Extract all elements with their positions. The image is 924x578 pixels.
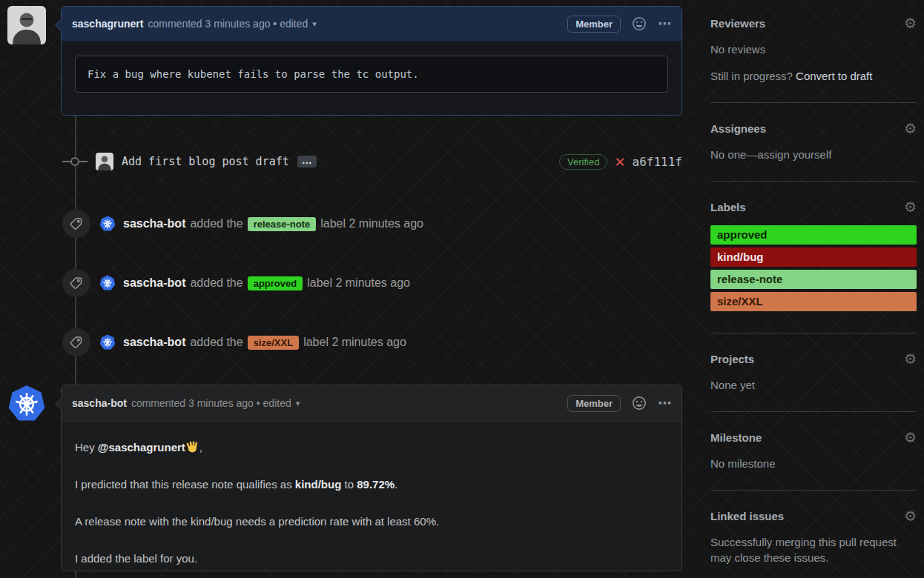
reviewers-gear-icon[interactable]: ⚙ bbox=[904, 16, 917, 30]
reviewers-hint: Still in progress? Convert to draft bbox=[710, 68, 917, 84]
bot-avatar[interactable] bbox=[99, 334, 116, 351]
commit-event-row: Add first blog post draft … bbox=[62, 151, 317, 172]
edited-dropdown-caret-icon[interactable]: ▾ bbox=[296, 399, 300, 408]
label-event-row: sascha-bot added the size/XXL label 2 mi… bbox=[62, 328, 406, 356]
linked-issues-desc: Successfully merging this pull request m… bbox=[710, 534, 917, 565]
label-event-text: sascha-bot added the approved label 2 mi… bbox=[123, 276, 410, 290]
reviewers-title: Reviewers bbox=[710, 17, 765, 30]
label-list: approved kind/bug release-note size/XXL bbox=[710, 225, 917, 311]
commit-status-group: Verified ✕ a6f111f bbox=[559, 151, 682, 172]
milestone-gear-icon[interactable]: ⚙ bbox=[904, 431, 917, 445]
assignees-empty-text[interactable]: No one—assign yourself bbox=[710, 147, 917, 162]
comment-meta: commented 3 minutes ago • edited bbox=[131, 397, 291, 409]
assignees-gear-icon[interactable]: ⚙ bbox=[904, 122, 917, 136]
event-actor[interactable]: sascha-bot bbox=[123, 217, 185, 230]
tag-icon bbox=[69, 216, 84, 231]
smiley-icon bbox=[631, 16, 647, 32]
tag-icon bbox=[69, 335, 84, 350]
sidebar-label-kind-bug[interactable]: kind/bug bbox=[710, 248, 917, 267]
waving-hand-icon bbox=[185, 441, 199, 454]
projects-empty-text: None yet bbox=[710, 377, 917, 393]
smiley-icon bbox=[631, 395, 647, 411]
person-photo-icon bbox=[96, 153, 113, 170]
sidebar-section-milestone: Milestone ⚙ No milestone bbox=[710, 431, 917, 491]
comment-header: saschagrunert commented 3 minutes ago • … bbox=[62, 7, 682, 41]
event-actor[interactable]: sascha-bot bbox=[123, 276, 185, 290]
assignees-title: Assignees bbox=[710, 122, 766, 135]
member-badge: Member bbox=[567, 16, 621, 33]
label-badge-size-xxl[interactable]: size/XXL bbox=[248, 336, 299, 350]
comment-body: Hey @saschagrunert, I predicted that thi… bbox=[62, 422, 682, 567]
sidebar-section-assignees: Assignees ⚙ No one—assign yourself bbox=[710, 122, 917, 182]
kubernetes-logo-icon bbox=[99, 334, 116, 351]
paragraph-added-label: I added the label for you. bbox=[75, 551, 668, 567]
sidebar-label-release-note[interactable]: release-note bbox=[710, 270, 917, 289]
sidebar-section-linked-issues: Linked issues ⚙ Successfully merging thi… bbox=[710, 509, 917, 578]
commit-message-link[interactable]: Add first blog post draft bbox=[122, 155, 289, 168]
pr-conversation-page: saschagrunert commented 3 minutes ago • … bbox=[0, 0, 924, 578]
sidebar-section-reviewers: Reviewers ⚙ No reviews Still in progress… bbox=[710, 16, 917, 103]
projects-gear-icon[interactable]: ⚙ bbox=[904, 352, 917, 366]
emoji-reaction-button[interactable] bbox=[631, 395, 647, 411]
tag-icon-circle bbox=[62, 210, 90, 238]
bot-avatar-large[interactable] bbox=[7, 385, 46, 423]
label-event-row: sascha-bot added the approved label 2 mi… bbox=[62, 269, 410, 297]
commit-expand-button[interactable]: … bbox=[297, 156, 317, 167]
kubernetes-logo-icon bbox=[99, 275, 116, 291]
label-badge-approved[interactable]: approved bbox=[248, 276, 303, 290]
mention-link[interactable]: @saschagrunert bbox=[98, 441, 185, 454]
comment-author-link[interactable]: saschagrunert bbox=[72, 18, 143, 30]
comment-body: Fix a bug where kubenet fails to parse t… bbox=[62, 41, 682, 107]
commit-sha-link[interactable]: a6f111f bbox=[633, 155, 682, 169]
label-badge-release-note[interactable]: release-note bbox=[248, 217, 317, 231]
tag-icon bbox=[69, 276, 84, 290]
labels-title: Labels bbox=[710, 201, 746, 213]
paragraph-threshold: A release note with the kind/bug needs a… bbox=[75, 514, 668, 530]
kubernetes-logo-icon bbox=[99, 216, 116, 232]
member-badge: Member bbox=[567, 395, 621, 412]
label-event-text: sascha-bot added the size/XXL label 2 mi… bbox=[123, 336, 406, 350]
sidebar-section-labels: Labels ⚙ approved kind/bug release-note … bbox=[710, 200, 917, 333]
comment-options-kebab-icon[interactable]: ⋯ bbox=[658, 17, 671, 30]
event-actor[interactable]: sascha-bot bbox=[123, 336, 185, 349]
comment-options-kebab-icon[interactable]: ⋯ bbox=[658, 396, 671, 410]
comment-author-link[interactable]: sascha-bot bbox=[72, 397, 127, 409]
convert-to-draft-link[interactable]: Convert to draft bbox=[796, 70, 872, 82]
failed-check-x-icon[interactable]: ✕ bbox=[614, 154, 625, 170]
sidebar-label-approved[interactable]: approved bbox=[710, 225, 917, 245]
author-avatar[interactable] bbox=[7, 6, 46, 44]
milestone-empty-text: No milestone bbox=[710, 456, 917, 471]
comment-sascha-bot: sascha-bot commented 3 minutes ago • edi… bbox=[61, 385, 682, 571]
labels-gear-icon[interactable]: ⚙ bbox=[904, 200, 917, 214]
projects-title: Projects bbox=[710, 353, 754, 365]
code-block: Fix a bug where kubenet fails to parse t… bbox=[75, 56, 668, 93]
paragraph-prediction: I predicted that this release note quali… bbox=[75, 476, 668, 493]
verified-badge[interactable]: Verified bbox=[559, 154, 607, 170]
bot-avatar[interactable] bbox=[99, 275, 116, 291]
comment-header: sascha-bot commented 3 minutes ago • edi… bbox=[62, 385, 682, 422]
label-event-row: sascha-bot added the release-note label … bbox=[62, 210, 423, 238]
label-event-text: sascha-bot added the release-note label … bbox=[123, 217, 423, 231]
sidebar-section-projects: Projects ⚙ None yet bbox=[710, 352, 917, 412]
tag-icon-circle bbox=[62, 328, 90, 356]
edited-dropdown-caret-icon[interactable]: ▾ bbox=[312, 19, 317, 29]
milestone-title: Milestone bbox=[710, 431, 762, 444]
sidebar-label-size-xxl[interactable]: size/XXL bbox=[710, 292, 917, 311]
emoji-reaction-button[interactable] bbox=[631, 16, 647, 32]
git-commit-icon bbox=[62, 154, 88, 169]
sidebar: Reviewers ⚙ No reviews Still in progress… bbox=[710, 16, 917, 578]
kubernetes-logo-icon bbox=[7, 385, 46, 423]
person-photo-icon bbox=[7, 6, 46, 44]
tag-icon-circle bbox=[62, 269, 90, 297]
bot-avatar[interactable] bbox=[99, 216, 116, 232]
paragraph-greeting: Hey @saschagrunert, bbox=[75, 439, 668, 456]
reviewers-empty-text: No reviews bbox=[710, 41, 917, 57]
comment-saschagrunert: saschagrunert commented 3 minutes ago • … bbox=[61, 6, 682, 116]
linked-issues-title: Linked issues bbox=[710, 510, 784, 522]
linked-issues-gear-icon[interactable]: ⚙ bbox=[904, 509, 917, 523]
commit-author-avatar[interactable] bbox=[96, 153, 113, 170]
comment-meta: commented 3 minutes ago • edited bbox=[148, 18, 308, 30]
